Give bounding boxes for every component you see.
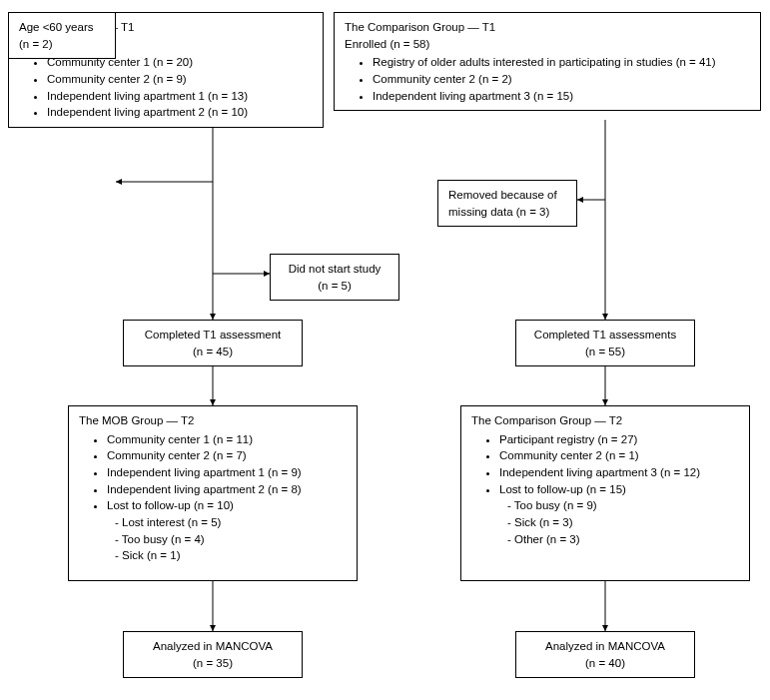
mob-analyzed-box: Analyzed in MANCOVA (n = 35) xyxy=(123,631,303,678)
mob-t2-item: Independent living apartment 1 (n = 9) xyxy=(107,464,347,481)
comp-t2-item: Community center 2 (n = 1) xyxy=(499,447,739,464)
mob-t1-item: Independent living apartment 1 (n = 13) xyxy=(47,88,313,105)
dns-l1: Did not start study xyxy=(281,261,388,278)
did-not-start-box: Did not start study (n = 5) xyxy=(270,254,399,301)
comp-t1-item: Independent living apartment 3 (n = 15) xyxy=(373,88,750,105)
mob-t2-list: Community center 1 (n = 11) Community ce… xyxy=(79,431,347,514)
comp-t2-sublist: Too busy (n = 9) Sick (n = 3) Other (n =… xyxy=(507,497,739,547)
mob-an-l1: Analyzed in MANCOVA xyxy=(134,638,292,655)
comp-t2-sub: Sick (n = 3) xyxy=(507,514,739,531)
comp-t2-item: Lost to follow-up (n = 15) xyxy=(499,481,739,498)
comp-t2-box: The Comparison Group — T2 Participant re… xyxy=(460,405,750,581)
age-excl-l2: (n = 2) xyxy=(19,36,105,53)
mob-t2-item: Lost to follow-up (n = 10) xyxy=(107,497,347,514)
comp-t1-item: Community center 2 (n = 2) xyxy=(373,71,750,88)
mob-t2-sub: Too busy (n = 4) xyxy=(115,531,347,548)
comp-completed-t1-box: Completed T1 assessments (n = 55) xyxy=(515,320,695,366)
comp-t2-item: Independent living apartment 3 (n = 12) xyxy=(499,464,739,481)
mob-t2-box: The MOB Group — T2 Community center 1 (n… xyxy=(68,405,358,581)
comp-t2-title: The Comparison Group — T2 xyxy=(471,412,739,429)
mob-t1-list: Community center 1 (n = 20) Community ce… xyxy=(19,54,313,121)
comp-analyzed-box: Analyzed in MANCOVA (n = 40) xyxy=(515,631,695,678)
mob-completed-t1-box: Completed T1 assessment (n = 45) xyxy=(123,320,303,366)
comp-c-t1-l2: (n = 55) xyxy=(526,344,684,360)
flow-diagram: The MOB Group — T1 Enrolled (n = 52) Com… xyxy=(8,12,762,691)
comp-c-t1-l1: Completed T1 assessments xyxy=(526,327,684,344)
missing-data-box: Removed because of missing data (n = 3) xyxy=(437,180,577,227)
comp-t2-list: Participant registry (n = 27) Community … xyxy=(471,431,739,498)
missing-l1: Removed because of xyxy=(448,187,566,204)
mob-t2-sublist: Lost interest (n = 5) Too busy (n = 4) S… xyxy=(115,514,347,564)
comp-t2-item: Participant registry (n = 27) xyxy=(499,431,739,448)
mob-t2-item: Independent living apartment 2 (n = 8) xyxy=(107,481,347,498)
comp-t1-list: Registry of older adults interested in p… xyxy=(345,54,750,104)
mob-t2-item: Community center 2 (n = 7) xyxy=(107,447,347,464)
mob-c-t1-l1: Completed T1 assessment xyxy=(134,327,292,344)
comp-an-l2: (n = 40) xyxy=(526,655,684,672)
dns-l2: (n = 5) xyxy=(281,278,388,295)
comp-an-l1: Analyzed in MANCOVA xyxy=(526,638,684,655)
mob-t2-item: Community center 1 (n = 11) xyxy=(107,431,347,448)
mob-t2-title: The MOB Group — T2 xyxy=(79,412,347,429)
comp-t2-sub: Other (n = 3) xyxy=(507,531,739,548)
age-excl-l1: Age <60 years xyxy=(19,19,105,36)
mob-t2-sub: Lost interest (n = 5) xyxy=(115,514,347,531)
comp-t1-title: The Comparison Group — T1 xyxy=(345,19,750,36)
mob-t1-item: Community center 2 (n = 9) xyxy=(47,71,313,88)
comp-t1-enrolled: Enrolled (n = 58) xyxy=(345,36,750,53)
mob-t2-sub: Sick (n = 1) xyxy=(115,547,347,564)
age-exclusion-box: Age <60 years (n = 2) xyxy=(8,12,116,59)
missing-l2: missing data (n = 3) xyxy=(448,204,566,221)
comp-t2-sub: Too busy (n = 9) xyxy=(507,497,739,514)
comp-t1-item: Registry of older adults interested in p… xyxy=(373,54,750,71)
mob-t1-item: Independent living apartment 2 (n = 10) xyxy=(47,104,313,121)
mob-an-l2: (n = 35) xyxy=(134,655,292,672)
comp-t1-box: The Comparison Group — T1 Enrolled (n = … xyxy=(334,12,761,111)
mob-c-t1-l2: (n = 45) xyxy=(134,344,292,360)
